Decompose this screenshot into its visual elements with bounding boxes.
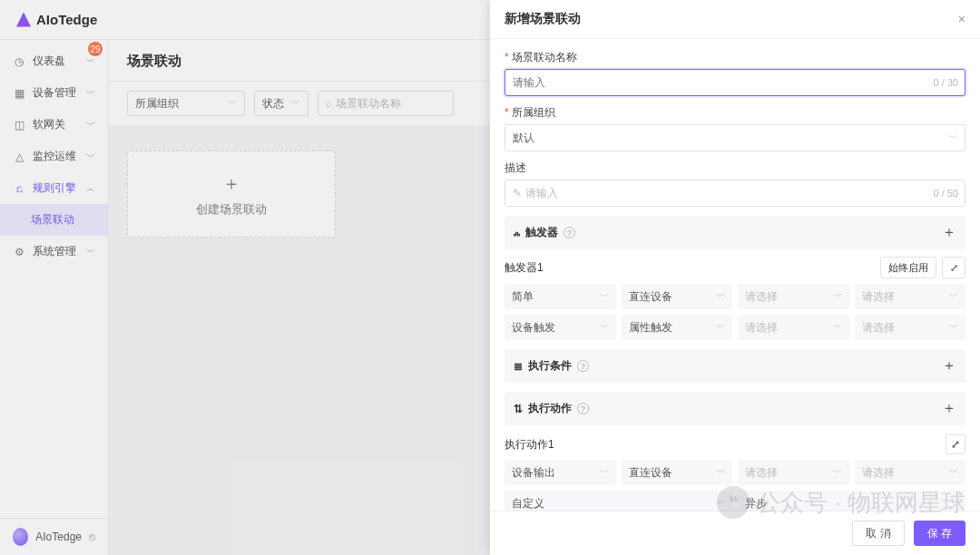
chevron-down-icon: ﹀ xyxy=(948,131,957,144)
chevron-down-icon: ﹀ xyxy=(949,290,958,303)
action1-label: 执行动作1 xyxy=(505,437,554,453)
close-icon[interactable]: × xyxy=(958,12,965,26)
act-cmd-select[interactable]: 请选择﹀ xyxy=(855,460,966,485)
act-async-select[interactable]: 异步﹀ xyxy=(738,491,965,511)
chevron-down-icon: ﹀ xyxy=(716,466,725,479)
chevron-down-icon: ﹀ xyxy=(949,321,958,334)
act-device-type-select[interactable]: 直连设备﹀ xyxy=(622,460,733,485)
trig-device-select[interactable]: 请选择﹀ xyxy=(738,284,849,309)
chevron-down-icon: ﹀ xyxy=(716,497,725,510)
condition-section-label: 执行条件 xyxy=(528,358,572,374)
chevron-down-icon: ﹀ xyxy=(716,290,725,303)
desc-counter: 0 / 50 xyxy=(933,188,958,199)
cancel-button[interactable]: 取 消 xyxy=(852,521,904,546)
action-section-label: 执行动作 xyxy=(528,401,572,416)
drawer: 新增场景联动 × 场景联动名称 0 / 30 所属组织 默认 ﹀ 描述 ✎ 请输… xyxy=(490,0,980,555)
edit-icon: ✎ xyxy=(513,187,522,200)
desc-label: 描述 xyxy=(505,161,965,176)
expand-action-button[interactable]: ⤢ xyxy=(946,434,965,454)
trig-op-select[interactable]: 请选择﹀ xyxy=(738,315,849,340)
desc-input[interactable]: ✎ 请输入 xyxy=(505,180,965,207)
chevron-down-icon: ﹀ xyxy=(833,466,842,479)
action-icon: ⇅ xyxy=(514,403,523,415)
act-custom-select[interactable]: 自定义﹀ xyxy=(505,491,732,511)
trig-prop-select[interactable]: 请选择﹀ xyxy=(855,284,966,309)
chevron-down-icon: ﹀ xyxy=(833,290,842,303)
help-icon[interactable]: ? xyxy=(564,227,575,239)
trig-simple-select[interactable]: 简单﹀ xyxy=(505,284,616,309)
trig-event-type-select[interactable]: 设备触发﹀ xyxy=(505,315,616,340)
trigger-section-header: ஃ 触发器 ? ＋ xyxy=(505,216,965,249)
action-section-header: ⇅ 执行动作 ? ＋ xyxy=(505,392,965,425)
org-label: 所属组织 xyxy=(505,105,965,121)
save-button[interactable]: 保 存 xyxy=(914,521,965,546)
trigger-section-label: 触发器 xyxy=(525,225,558,240)
trigger-icon: ஃ xyxy=(514,227,520,239)
act-output-select[interactable]: 设备输出﹀ xyxy=(505,460,616,485)
name-input[interactable] xyxy=(505,69,965,96)
add-action-button[interactable]: ＋ xyxy=(942,399,956,418)
chevron-down-icon: ﹀ xyxy=(600,290,609,303)
drawer-title: 新增场景联动 xyxy=(505,11,581,27)
org-select[interactable]: 默认 ﹀ xyxy=(505,124,965,151)
help-icon[interactable]: ? xyxy=(577,403,589,414)
trig-val-select[interactable]: 请选择﹀ xyxy=(855,315,966,340)
always-enable-button[interactable]: 始终启用 xyxy=(880,257,936,278)
drawer-header: 新增场景联动 × xyxy=(490,0,980,39)
expand-trigger-button[interactable]: ⤢ xyxy=(942,257,965,278)
help-icon[interactable]: ? xyxy=(577,360,589,372)
add-condition-button[interactable]: ＋ xyxy=(942,356,956,375)
add-trigger-button[interactable]: ＋ xyxy=(942,223,956,242)
chevron-down-icon: ﹀ xyxy=(833,321,842,334)
desc-placeholder: 请输入 xyxy=(525,186,558,201)
condition-section-header: ≣ 执行条件 ? ＋ xyxy=(505,349,965,383)
chevron-down-icon: ﹀ xyxy=(600,466,609,479)
drawer-footer: 取 消 保 存 xyxy=(490,511,980,555)
trig-attr-select[interactable]: 属性触发﹀ xyxy=(622,315,733,340)
chevron-down-icon: ﹀ xyxy=(716,321,725,334)
chevron-down-icon: ﹀ xyxy=(949,466,958,479)
chevron-down-icon: ﹀ xyxy=(600,321,609,334)
trigger1-label: 触发器1 xyxy=(505,260,544,276)
act-device-select[interactable]: 请选择﹀ xyxy=(738,460,849,485)
name-label: 场景联动名称 xyxy=(505,50,965,65)
trig-device-type-select[interactable]: 直连设备﹀ xyxy=(622,284,733,309)
condition-icon: ≣ xyxy=(514,360,523,373)
name-counter: 0 / 30 xyxy=(933,77,958,88)
chevron-down-icon: ﹀ xyxy=(949,497,958,510)
org-value: 默认 xyxy=(513,131,534,146)
